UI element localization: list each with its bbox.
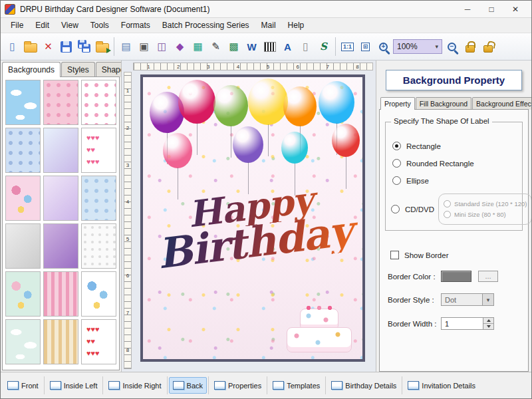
background-thumbnail[interactable] [43,80,78,125]
background-thumbnail[interactable] [81,319,116,364]
background-thumbnail[interactable] [5,80,41,125]
background-thumbnail[interactable] [5,271,41,317]
show-border-checkbox[interactable]: Show Border [390,251,517,259]
tab-styles[interactable]: Styles [61,62,95,77]
zoom-out-icon[interactable]: − [444,38,460,56]
print-icon[interactable]: ▣ [136,38,152,56]
background-thumbnail[interactable] [43,128,78,173]
maximize-button[interactable]: □ [479,1,503,17]
save-icon[interactable] [58,38,74,56]
tab-background-effects[interactable]: Background Effects [472,97,532,110]
inside-right-button[interactable]: Inside Right [104,377,165,394]
border-color-swatch[interactable] [441,271,471,282]
radio-rounded-rectangle[interactable]: Rounded Rectangle [392,159,515,168]
background-thumbnail[interactable] [43,223,78,269]
invitation-details-button[interactable]: Invitation Details [404,377,479,394]
tab-backgrounds[interactable]: Backgrounds [2,62,61,77]
menu-file[interactable]: File [5,19,29,32]
border-width-value: 1 [442,320,483,328]
birthday-details-button[interactable]: Birthday Details [327,377,400,394]
menu-formats[interactable]: Formats [115,19,156,32]
menu-mail[interactable]: Mail [255,19,282,32]
new-document-icon[interactable]: ▯ [4,38,21,56]
background-thumbnail[interactable] [5,319,41,364]
radio-cd-dvd[interactable]: CD/DVD [391,205,434,213]
card-preview[interactable]: Happy Birthday [140,74,365,362]
fit-page-icon[interactable]: ⊞ [357,38,374,56]
minimize-button[interactable]: ─ [456,1,479,17]
close-button[interactable]: ✕ [503,1,527,17]
menu-view[interactable]: View [55,19,84,32]
radio-circle [444,211,451,218]
front-button[interactable]: Front [3,377,43,394]
inside-left-button[interactable]: Inside Left [46,377,102,394]
card-page-icon [108,381,120,390]
radio-circle [392,176,401,185]
menu-tools[interactable]: Tools [84,19,115,32]
radio-mini-size[interactable]: Mini Size (80 * 80) [444,211,527,218]
border-width-spinner[interactable]: 1 [441,317,494,330]
word-art-icon[interactable]: W [243,38,260,56]
radio-label: Mini Size (80 * 80) [454,211,506,218]
unlock-icon[interactable] [479,38,496,56]
balloon [163,133,192,168]
separator [208,376,209,394]
lock-icon[interactable] [462,38,478,56]
background-thumbnail[interactable] [81,80,116,125]
background-thumbnail[interactable] [5,128,41,173]
border-style-dropdown[interactable]: Dot [441,293,494,306]
balloon [319,81,354,124]
background-thumbnail[interactable] [5,223,41,269]
actual-size-icon[interactable]: 1:1 [339,38,356,56]
zoom-level-select[interactable]: 100%▾ [393,39,442,54]
notes-icon[interactable]: ▤ [118,38,134,56]
separator [44,376,45,394]
export-icon[interactable] [94,38,110,56]
background-thumbnail[interactable] [81,176,116,221]
radio-standard-size[interactable]: Standard Size (120 * 120) [444,200,527,207]
right-panel-tabs: Property Fill Background Background Effe… [379,97,529,109]
print-preview-icon[interactable]: ◫ [154,38,170,56]
barcode-icon[interactable] [261,38,278,56]
radio-circle [391,205,400,213]
zoom-in-icon[interactable]: + [375,38,392,56]
card-page-icon [408,381,419,390]
signature-icon[interactable]: S [315,38,332,56]
insert-page-icon[interactable]: ▯ [297,38,314,56]
dropdown-arrow-icon[interactable] [482,294,493,305]
background-thumbnail[interactable] [43,176,78,221]
background-thumbnail[interactable] [81,128,116,173]
radio-rectangle[interactable]: Rectangle [392,142,515,150]
open-folder-icon[interactable] [22,38,39,56]
menu-help[interactable]: Help [282,19,311,32]
insert-image-icon[interactable]: ▩ [225,38,242,56]
background-thumbnail[interactable] [81,271,116,317]
spin-down-button[interactable] [483,324,493,329]
cake-graphic [285,295,354,354]
templates-button[interactable]: Templates [269,377,324,394]
menu-edit[interactable]: Edit [29,19,55,32]
balloon [248,78,288,125]
menu-batch-processing-series[interactable]: Batch Processing Series [156,19,255,32]
close-document-icon[interactable]: ✕ [40,38,57,56]
spin-up-button[interactable] [483,318,493,324]
save-all-icon[interactable] [76,38,92,56]
separator [167,376,168,394]
properties-button[interactable]: Properties [210,377,265,394]
back-button[interactable]: Back [169,377,207,394]
background-thumbnail[interactable] [43,271,78,317]
screen-capture-icon[interactable]: ▦ [190,38,206,56]
tab-property[interactable]: Property [380,97,415,110]
3d-box-icon[interactable]: ◆ [172,38,188,56]
radio-ellipse[interactable]: Ellipse [392,176,515,185]
balloon [178,80,215,124]
border-color-more-button[interactable]: ... [478,271,498,282]
ruler-vertical: 12345678 [124,72,132,369]
background-thumbnail[interactable] [43,319,78,364]
background-thumbnail[interactable] [5,176,41,221]
left-panel-tabs: Backgrounds Styles Shapes [1,61,121,76]
text-tool-icon[interactable]: A [279,38,296,56]
pen-tool-icon[interactable]: ✎ [207,38,224,56]
tab-fill-background[interactable]: Fill Background [416,97,471,110]
background-thumbnail[interactable] [81,223,116,269]
